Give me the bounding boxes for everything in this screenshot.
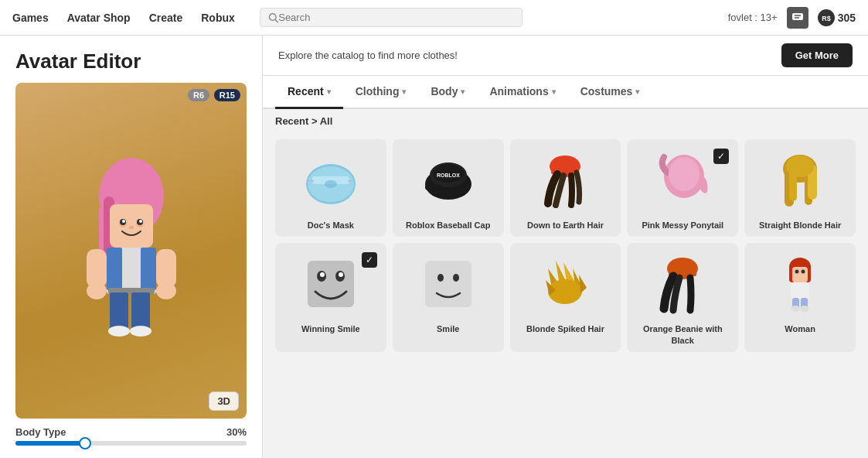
tab-clothing[interactable]: Clothing ▾ xyxy=(343,76,419,109)
svg-point-55 xyxy=(339,272,343,277)
svg-rect-22 xyxy=(110,292,128,331)
item-pink-ponytail[interactable]: ✓ Pink Messy Ponytail xyxy=(627,139,738,237)
search-input[interactable] xyxy=(278,12,514,23)
left-panel: Avatar Editor R6 R15 xyxy=(0,36,263,458)
mask-icon xyxy=(300,152,362,210)
nav-games[interactable]: Games xyxy=(12,12,49,24)
item-woman[interactable]: Woman xyxy=(744,243,856,352)
item-down-earth-hair[interactable]: Down to Earth Hair xyxy=(510,139,621,237)
recent-caret: ▾ xyxy=(327,87,331,96)
animations-caret: ▾ xyxy=(552,87,556,96)
item-label-blonde-hair: Straight Blonde Hair xyxy=(759,220,841,231)
orange-beanie-icon xyxy=(652,253,713,315)
tab-animations[interactable]: Animations ▾ xyxy=(477,76,567,109)
nav-robux[interactable]: Robux xyxy=(201,12,235,24)
svg-point-54 xyxy=(320,272,325,277)
body-caret: ▾ xyxy=(461,87,465,96)
breadcrumb-current: All xyxy=(320,115,333,127)
costumes-caret: ▾ xyxy=(635,87,639,96)
item-thumb-docs-mask xyxy=(281,145,380,215)
svg-rect-20 xyxy=(141,248,156,290)
search-bar[interactable] xyxy=(260,8,523,27)
user-info: fovlet : 13+ xyxy=(728,12,778,23)
svg-point-73 xyxy=(802,270,805,274)
item-label-pink-ponytail: Pink Messy Ponytail xyxy=(642,220,723,231)
smile-icon xyxy=(417,253,479,315)
tab-body[interactable]: Body ▾ xyxy=(418,76,477,109)
item-docs-mask[interactable]: Doc's Mask xyxy=(275,139,386,237)
svg-point-44 xyxy=(669,157,700,191)
pink-ponytail-check: ✓ xyxy=(713,149,729,164)
tabs-row: Recent ▾ Clothing ▾ Body ▾ Animations ▾ … xyxy=(263,76,868,109)
item-label-winning-smile: Winning Smile xyxy=(301,323,360,334)
winning-smile-check: ✓ xyxy=(362,252,377,268)
svg-rect-56 xyxy=(425,261,471,307)
avatar-preview: R6 R15 xyxy=(15,83,247,419)
explore-text: Explore the catalog to find more clothes… xyxy=(278,50,458,61)
explore-bar: Explore the catalog to find more clothes… xyxy=(263,36,868,76)
item-baseball-cap[interactable]: ROBLOX Roblox Baseball Cap xyxy=(393,139,504,237)
svg-rect-39 xyxy=(425,184,441,190)
item-thumb-blonde-spiked xyxy=(516,249,615,319)
svg-rect-27 xyxy=(156,249,176,288)
down-earth-hair-icon xyxy=(534,149,596,211)
r15-badge[interactable]: R15 xyxy=(214,89,240,101)
tab-recent[interactable]: Recent ▾ xyxy=(275,76,343,109)
page-title: Avatar Editor xyxy=(15,50,247,73)
item-orange-beanie[interactable]: Orange Beanie with Black xyxy=(627,243,738,352)
item-smile[interactable]: Smile xyxy=(393,243,504,352)
svg-point-78 xyxy=(800,306,809,312)
svg-point-16 xyxy=(139,220,142,223)
svg-rect-23 xyxy=(131,292,150,331)
svg-point-15 xyxy=(122,220,125,223)
svg-rect-26 xyxy=(87,249,107,288)
tab-costumes[interactable]: Costumes ▾ xyxy=(568,76,652,109)
svg-point-24 xyxy=(108,326,130,337)
woman-icon xyxy=(769,253,831,315)
item-blonde-spiked[interactable]: Blonde Spiked Hair xyxy=(510,243,621,352)
item-thumb-woman xyxy=(751,249,849,319)
item-blonde-hair[interactable]: Straight Blonde Hair xyxy=(744,139,856,237)
winning-smile-icon xyxy=(300,253,362,315)
svg-line-1 xyxy=(275,19,277,22)
main-layout: Avatar Editor R6 R15 xyxy=(0,36,868,458)
body-type-value: 30% xyxy=(226,426,247,438)
item-thumb-winning-smile: ✓ xyxy=(281,249,380,319)
body-type-label: Body Type xyxy=(15,426,66,438)
item-thumb-orange-beanie xyxy=(633,249,732,319)
item-label-woman: Woman xyxy=(785,323,815,334)
items-grid: Doc's Mask ROBLOX Roblox Baseball Cap xyxy=(263,133,868,364)
svg-point-72 xyxy=(795,270,799,274)
blonde-spiked-icon xyxy=(534,253,596,315)
item-thumb-smile xyxy=(399,249,498,319)
nav-create[interactable]: Create xyxy=(149,12,183,24)
svg-point-17 xyxy=(129,226,134,229)
svg-point-77 xyxy=(791,306,800,312)
svg-point-28 xyxy=(87,282,107,299)
robux-amount: 305 xyxy=(838,12,856,24)
svg-rect-2 xyxy=(792,13,803,20)
breadcrumb-root[interactable]: Recent xyxy=(275,115,308,127)
body-type-slider[interactable] xyxy=(15,441,247,446)
item-label-orange-beanie: Orange Beanie with Black xyxy=(633,323,732,346)
item-winning-smile[interactable]: ✓ Winning Smile xyxy=(275,243,386,352)
robux-badge[interactable]: R$ 305 xyxy=(818,9,856,26)
nav-right: fovlet : 13+ R$ 305 xyxy=(728,7,856,29)
slider-thumb[interactable] xyxy=(79,437,91,449)
right-panel: Explore the catalog to find more clothes… xyxy=(263,36,868,458)
chat-icon[interactable] xyxy=(787,7,808,29)
item-label-blonde-spiked: Blonde Spiked Hair xyxy=(526,323,604,334)
svg-rect-74 xyxy=(791,282,809,299)
nav-avatar-shop[interactable]: Avatar Shop xyxy=(67,12,131,24)
r6-badge[interactable]: R6 xyxy=(188,89,209,101)
get-more-button[interactable]: Get More xyxy=(781,43,853,67)
cap-icon: ROBLOX xyxy=(417,152,479,210)
svg-point-58 xyxy=(453,274,459,282)
3d-button[interactable]: 3D xyxy=(209,391,239,411)
top-navigation: Games Avatar Shop Create Robux fovlet : … xyxy=(0,0,868,36)
svg-point-57 xyxy=(437,274,444,282)
body-type-row: Body Type 30% xyxy=(15,426,247,438)
svg-text:ROBLOX: ROBLOX xyxy=(437,173,460,178)
svg-point-35 xyxy=(325,180,337,188)
search-icon xyxy=(268,12,278,23)
